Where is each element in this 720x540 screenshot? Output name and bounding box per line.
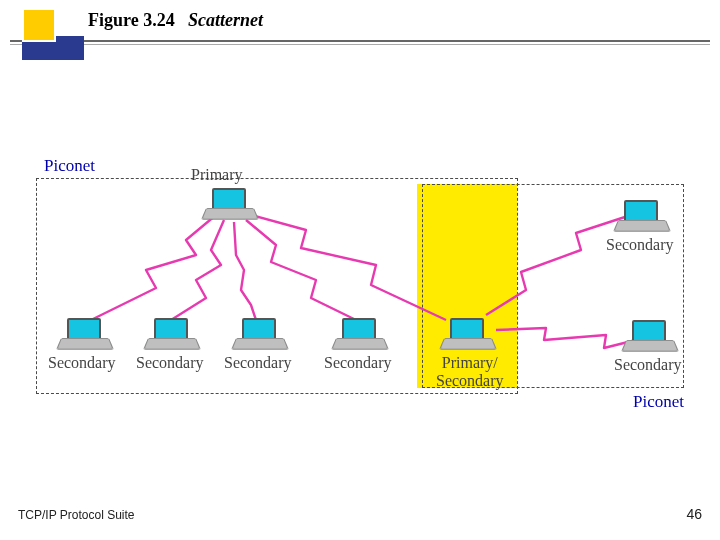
- header-rule-2: [10, 44, 710, 45]
- secondary-5-laptop-icon: [618, 200, 664, 232]
- figure-title: Scatternet: [188, 10, 263, 31]
- secondary-1-laptop-icon: [61, 318, 107, 350]
- scatternet-diagram: Piconet Piconet Primary Secondary Second…: [36, 170, 684, 402]
- primary-label: Primary: [191, 166, 243, 184]
- secondary-6-label: Secondary: [614, 356, 682, 374]
- bridge-label: Primary/ Secondary: [436, 354, 504, 390]
- secondary-4-laptop-icon: [336, 318, 382, 350]
- secondary-2-label: Secondary: [136, 354, 204, 372]
- primary-laptop-icon: [206, 188, 252, 220]
- slide: Figure 3.24 Scatternet Piconet Piconet: [0, 0, 720, 540]
- secondary-2-laptop-icon: [148, 318, 194, 350]
- figure-number: Figure 3.24: [88, 10, 175, 31]
- footer-left: TCP/IP Protocol Suite: [18, 508, 135, 522]
- piconet-right-label: Piconet: [633, 392, 684, 412]
- secondary-4-label: Secondary: [324, 354, 392, 372]
- header-rule: [10, 40, 710, 42]
- secondary-6-laptop-icon: [626, 320, 672, 352]
- secondary-3-laptop-icon: [236, 318, 282, 350]
- secondary-1-label: Secondary: [48, 354, 116, 372]
- page-number: 46: [686, 506, 702, 522]
- bridge-laptop-icon: [444, 318, 490, 350]
- header-yellow-box: [22, 8, 56, 42]
- secondary-5-label: Secondary: [606, 236, 674, 254]
- piconet-left-label: Piconet: [44, 156, 95, 176]
- secondary-3-label: Secondary: [224, 354, 292, 372]
